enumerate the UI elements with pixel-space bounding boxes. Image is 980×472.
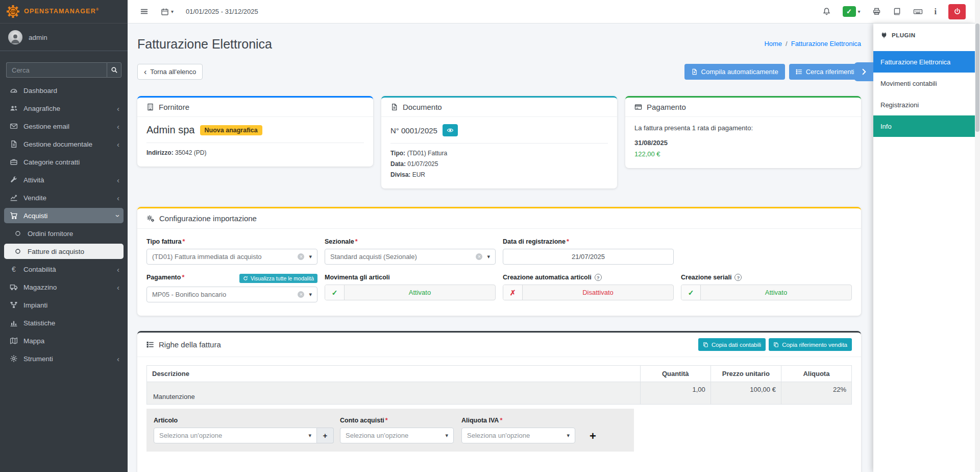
back-to-list-button[interactable]: ‹ Torna all'elenco	[137, 64, 203, 80]
topbar: ▾ 01/01/2025 - 31/12/2025 ✓ ▾ i	[128, 0, 980, 23]
supplier-card: Fornitore Admin spa Nuova anagrafica Ind…	[137, 96, 373, 167]
system-status-button[interactable]: ✓ ▾	[843, 6, 861, 17]
payment-method-field: Pagamento* Visualizza tutte le modalità …	[146, 274, 317, 302]
sectional-select[interactable]: Standard acquisti (Sezionale) × ▾	[325, 249, 496, 265]
sidebar-item-attivita[interactable]: Attività ‹	[4, 172, 124, 187]
autofill-button[interactable]: Compila automaticamente	[684, 64, 785, 80]
sidebar-item-label: Categorie contratti	[23, 158, 119, 166]
sidebar-item-label: Statistiche	[23, 319, 119, 327]
sidebar-item-vendite[interactable]: Vendite ‹	[4, 190, 124, 205]
sidebar-item-mappa[interactable]: Mappa	[4, 333, 124, 348]
page-scrollbar[interactable]	[975, 0, 980, 472]
registration-date-field: Data di registrazione*	[503, 238, 674, 265]
payment-amount: 122,00 €	[634, 150, 852, 158]
add-article-button[interactable]: +	[317, 428, 334, 443]
sidebar-item-fatture-di-acquisto[interactable]: Fatture di acquisto	[4, 244, 124, 259]
sidebar-item-gestione-documentale[interactable]: Gestione documentale ‹	[4, 136, 124, 152]
date-range[interactable]: 01/01/2025 - 31/12/2025	[186, 8, 258, 15]
user-row[interactable]: admin	[0, 23, 128, 51]
breadcrumb-current-link[interactable]: Fatturazione Elettronica	[791, 40, 861, 48]
sidebar-item-gestione-email[interactable]: Gestione email ‹	[4, 119, 124, 134]
sidebar-item-contabilita[interactable]: € Contabilità ‹	[4, 262, 124, 277]
list-icon	[796, 68, 802, 75]
serials-toggle[interactable]: ✓ Attivato	[681, 285, 852, 300]
copy-accounting-data-button[interactable]: Copia dati contabili	[698, 338, 766, 351]
file-icon	[390, 103, 398, 111]
copy-icon	[703, 342, 708, 347]
gear-icon	[8, 355, 19, 363]
article-select[interactable]: Seleziona un'opzione ▾	[154, 428, 317, 443]
required-mark: *	[355, 238, 358, 245]
search-input[interactable]	[6, 62, 107, 78]
power-icon	[953, 8, 961, 15]
serials-field: Creazione seriali? ✓ Attivato	[681, 274, 852, 302]
breadcrumb-separator: /	[786, 40, 788, 48]
menu-toggle-button[interactable]	[140, 7, 149, 16]
sidebar-item-dashboard[interactable]: Dashboard	[4, 83, 124, 98]
payment-due-date: 31/08/2025	[634, 139, 852, 147]
chevron-down-icon: ›	[114, 215, 122, 217]
sidebar-item-label: Gestione documentale	[23, 140, 117, 148]
document-card: Documento N° 0001/2025 Tipo: (TD01) Fatt…	[381, 96, 617, 188]
sidebar-item-label: Ordini fornitore	[28, 230, 119, 238]
clear-icon[interactable]: ×	[298, 253, 304, 260]
plugin-tab-fatturazione-elettronica[interactable]: Fatturazione Elettronica	[873, 51, 975, 73]
breadcrumb-home-link[interactable]: Home	[764, 40, 782, 48]
search-references-button[interactable]: Cerca riferimenti	[789, 64, 861, 80]
add-row-button[interactable]: +	[590, 431, 596, 442]
document-card-header: Documento	[381, 98, 617, 117]
sidebar-item-strumenti[interactable]: Strumenti ‹	[4, 351, 124, 366]
purchase-account-select[interactable]: Seleziona un'opzione ▾	[340, 428, 454, 443]
sidebar-item-acquisti[interactable]: Acquisti ›	[4, 208, 124, 223]
vat-rate-select[interactable]: Seleziona un'opzione ▾	[461, 428, 575, 443]
sidebar-item-impianti[interactable]: Impianti	[4, 297, 124, 313]
plugin-tab-info[interactable]: Info	[873, 115, 975, 137]
shortcuts-button[interactable]	[913, 7, 923, 16]
sidebar-item-magazzino[interactable]: Magazzino ‹	[4, 279, 124, 295]
clear-icon[interactable]: ×	[476, 253, 482, 260]
import-config-body: Tipo fattura* (TD01) Fattura immediata d…	[137, 229, 861, 316]
plugin-panel-title: PLUGIN	[873, 23, 975, 45]
period-picker-button[interactable]: ▾	[161, 8, 174, 16]
registration-date-input[interactable]	[503, 249, 674, 265]
plugin-tab-registrazioni[interactable]: Registrazioni	[873, 94, 975, 115]
sidebar-item-label: Vendite	[23, 194, 117, 202]
scrollbar-thumb[interactable]	[975, 23, 979, 132]
sidebar: OSM OpenSTAManager® admin Dashboard	[0, 0, 128, 472]
invoice-type-field: Tipo fattura* (TD01) Fattura immediata d…	[146, 238, 317, 265]
manual-button[interactable]	[893, 7, 901, 16]
divider	[390, 143, 608, 144]
invoice-type-select[interactable]: (TD01) Fattura immediata di acquisto × ▾	[146, 249, 317, 265]
sidebar-item-label: Contabilità	[23, 266, 117, 273]
payment-method-select[interactable]: MP05 - Bonifico bancario × ▾	[146, 287, 317, 302]
show-all-payment-modes-button[interactable]: Visualizza tutte le modalità	[239, 274, 317, 283]
clear-icon[interactable]: ×	[298, 291, 304, 298]
about-button[interactable]: i	[935, 7, 937, 16]
page-head: Fatturazione Elettronica Home / Fatturaz…	[137, 37, 861, 52]
bar-chart-icon	[8, 319, 19, 327]
move-articles-toggle[interactable]: ✓ Attivato	[325, 285, 496, 300]
file-import-icon	[691, 68, 698, 75]
logout-button[interactable]	[948, 4, 966, 19]
document-type: Tipo: (TD01) Fattura	[390, 150, 608, 157]
chevron-right-icon	[860, 68, 868, 76]
sidebar-item-ordini-fornitore[interactable]: Ordini fornitore	[4, 226, 124, 241]
brand[interactable]: OSM OpenSTAManager®	[0, 0, 128, 23]
required-mark: *	[500, 417, 502, 424]
table-row[interactable]: Manutenzione 1,00 100,00 € 22%	[147, 382, 852, 405]
sidebar-item-statistiche[interactable]: Statistiche	[4, 315, 124, 331]
sidebar-item-label: Dashboard	[23, 87, 119, 95]
calendar-icon	[161, 8, 169, 16]
invoice-rows-actions: Copia dati contabili Copia riferimento v…	[698, 338, 852, 351]
notifications-button[interactable]	[822, 7, 831, 16]
sidebar-item-anagrafiche[interactable]: Anagrafiche ‹	[4, 101, 124, 116]
search-button[interactable]	[107, 62, 121, 78]
print-button[interactable]	[872, 7, 881, 16]
sidebar-item-categorie-contratti[interactable]: Categorie contratti	[4, 154, 124, 170]
plugin-tab-movimenti-contabili[interactable]: Movimenti contabili	[873, 73, 975, 94]
view-xml-button[interactable]	[443, 124, 458, 136]
plugin-panel-toggle[interactable]	[854, 62, 873, 81]
page-title: Fatturazione Elettronica	[137, 37, 272, 52]
auto-create-articles-toggle[interactable]: ✗ Disattivato	[503, 285, 674, 300]
copy-sale-reference-button[interactable]: Copia riferimento vendita	[769, 338, 852, 351]
